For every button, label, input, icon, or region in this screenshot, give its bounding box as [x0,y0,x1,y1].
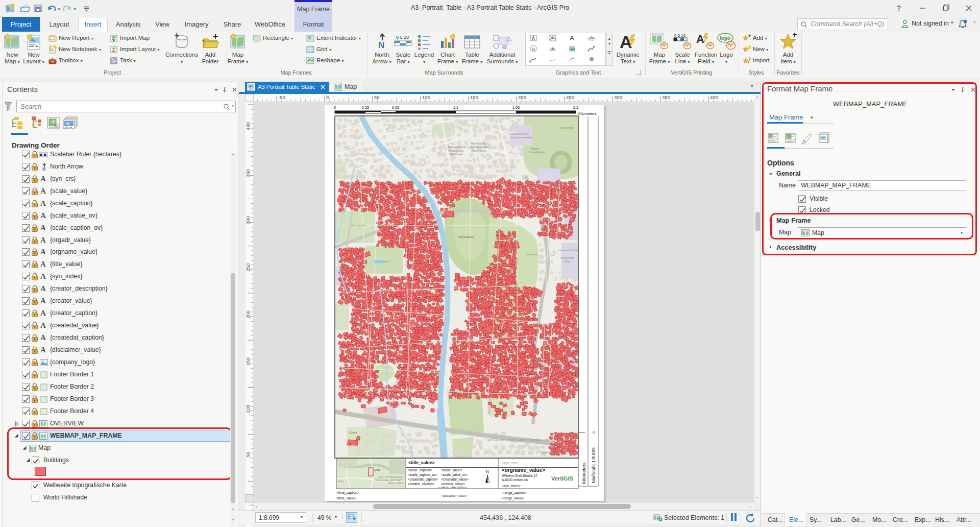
svg-text:<createdat_value>: <createdat_value> [441,477,469,482]
svg-text:Universität für: Universität für [531,356,548,359]
svg-text:Steiermark: Steiermark [449,153,463,156]
svg-text:Hansa: Hansa [531,147,540,150]
svg-text:1,1: 1,1 [453,105,458,110]
svg-text:<disclaimer_value>: <disclaimer_value> [441,494,468,497]
svg-text:350: 350 [662,94,670,100]
svg-text:Musik und: Musik und [531,360,544,363]
svg-text:Hochschule: Hochschule [449,149,464,152]
svg-text:A: A [570,34,574,42]
svg-text:200: 200 [518,94,526,100]
svg-text:Kilometers: Kilometers [581,462,586,484]
svg-text:Privatklinikum: Privatklinikum [529,151,546,154]
svg-text:Kunst Graz: Kunst Graz [531,367,545,370]
svg-text:<scale_value_ov>: <scale_value_ov> [441,473,468,477]
svg-text:<creator_caption>: <creator_caption> [408,482,435,486]
svg-text:Graz: Graz [374,468,380,471]
svg-text:N: N [42,166,45,171]
svg-text:N: N [486,469,489,474]
svg-text:Wilhelm-Greil-Straße 17,: Wilhelm-Greil-Straße 17, [502,474,538,477]
svg-text:<time_caption>: <time_caption> [336,491,359,495]
svg-text:abc: abc [588,35,596,40]
svg-text:A: A [532,36,535,41]
svg-text:Hörgeschädigte: Hörgeschädigte [552,188,572,191]
svg-text:300: 300 [614,94,622,100]
svg-text:<syn_index>: <syn_index> [502,484,521,488]
svg-text:150: 150 [470,94,478,100]
svg-text:<syn_crs>: <syn_crs> [502,461,518,465]
svg-text:0: 0 [326,94,329,100]
svg-text:A: A [696,33,704,45]
svg-text:100: 100 [422,94,430,100]
svg-text:400: 400 [710,94,718,100]
svg-text:<orgname_value>: <orgname_value> [502,467,545,473]
svg-text:<scale_value>: <scale_value> [441,468,462,472]
svg-text:Kilometers: Kilometers [578,111,597,116]
svg-text:350: 350 [246,169,251,177]
svg-text:darstellende: darstellende [531,363,546,366]
svg-text:0 5 10: 0 5 10 [396,35,409,40]
svg-text:<scale_caption_ov>: <scale_caption_ov> [408,473,437,477]
svg-text:Maßstab: 1:8.699: Maßstab: 1:8.699 [591,447,596,483]
svg-text:NASA, USGS: NASA, USGS [387,482,403,485]
svg-text:2,2: 2,2 [573,105,578,110]
svg-text:0,55: 0,55 [392,105,400,110]
svg-text:Privatklinik der: Privatklinik der [510,132,529,135]
svg-text:<creator_description>: <creator_description> [437,486,468,489]
svg-text:Rosenhain: Rosenhain [560,126,574,129]
svg-text:200: 200 [246,310,251,319]
svg-text:Universität: Universität [560,256,574,259]
svg-text:400: 400 [246,122,251,130]
svg-text:VertiGIS: VertiGIS [551,475,573,482]
svg-text:Stadtpark: Stadtpark [526,253,538,256]
svg-text:A-6020 Innsbruck: A-6020 Innsbruck [502,478,528,482]
svg-text:0,28: 0,28 [362,105,370,110]
svg-text:<time_value>: <time_value> [336,496,356,500]
svg-text:A: A [620,33,632,51]
svg-text:0: 0 [592,432,596,434]
svg-text:Klosterpark: Klosterpark [351,224,365,227]
svg-text:250: 250 [566,94,574,100]
svg-text:Esri GIS, Esri, TomTom, Garmin: Esri GIS, Esri, TomTom, Garmin, Foursqua… [487,438,570,441]
svg-text:<title_value>: <title_value> [408,460,435,465]
svg-text:A: A [532,46,535,52]
svg-text:150: 150 [246,357,251,366]
svg-text:0: 0 [334,105,336,110]
svg-text:A: A [552,46,555,51]
svg-text:50: 50 [246,452,251,458]
svg-text:100: 100 [246,404,251,413]
svg-text:<createdat_caption>: <createdat_caption> [408,477,438,482]
svg-text:300: 300 [246,216,251,224]
svg-text:250: 250 [246,264,251,272]
svg-text:0 5 10: 0 5 10 [674,33,686,38]
svg-text:für: für [558,185,561,188]
svg-text:Stadthalle Graz: Stadthalle Graz [540,451,559,454]
svg-text:Katholische: Katholische [471,142,485,145]
svg-text:Pädagogische: Pädagogische [471,146,488,149]
svg-text:Landesinstitut: Landesinstitut [554,181,571,184]
svg-text:Kreuzschwestern: Kreuzschwestern [511,136,533,139]
svg-text:Gries: Gries [349,431,357,435]
svg-text:berg: berg [338,480,344,483]
svg-text:Pädagogische: Pädagogische [448,146,466,149]
svg-text:<range_caption>: <range_caption> [502,491,527,495]
svg-text:N: N [378,40,384,50]
svg-text:1,65: 1,65 [512,105,520,110]
svg-text:<scale_caption>: <scale_caption> [408,468,432,472]
svg-text:<range_value>: <range_value> [502,496,524,500]
svg-text:?: ? [897,4,901,12]
svg-text:Volksgarten: Volksgarten [375,260,390,263]
svg-text:L: L [52,47,54,52]
svg-text:-50: -50 [278,94,285,100]
svg-text:Schloßberg: Schloßberg [458,235,474,238]
svg-text:logo: logo [720,35,730,41]
svg-text:Universität Graz: Universität Graz [558,249,579,252]
svg-text:Hochschule: Hochschule [472,149,486,152]
svg-text:A: A [551,35,554,40]
svg-text:Graz: Graz [565,260,571,263]
svg-text:50: 50 [374,94,380,100]
